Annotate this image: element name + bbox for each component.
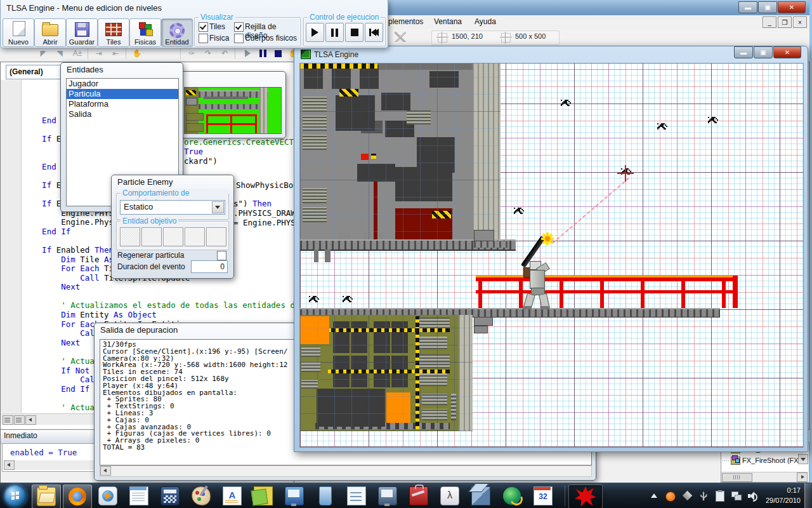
run-icon[interactable] [241, 48, 254, 59]
entidad-button[interactable]: Entidad [161, 18, 193, 47]
taskbar-calculator[interactable] [156, 485, 184, 507]
scroll-left-icon[interactable] [100, 466, 111, 476]
entities-title[interactable]: Entidades [61, 63, 183, 77]
tiles-button[interactable]: Tiles [98, 18, 129, 47]
taskbar-sticky-notes[interactable] [249, 485, 277, 507]
step-over-icon[interactable]: ↶ [218, 48, 231, 59]
taskbar-firefox[interactable] [63, 485, 92, 508]
find-icon[interactable]: A± [71, 48, 84, 59]
list-properties-icon[interactable] [147, 48, 160, 59]
debug-hscrollbar[interactable] [100, 465, 592, 477]
menu-ayuda[interactable]: Ayuda [475, 17, 496, 26]
rejilla-checkbox[interactable] [234, 22, 244, 32]
entity-list-item[interactable]: Particula [67, 89, 178, 99]
tray-clipboard-icon[interactable] [714, 491, 726, 501]
tree-scroll-down-icon[interactable] [798, 454, 808, 464]
restore-icon[interactable]: ▣ [758, 1, 777, 13]
bookmark-icon[interactable] [164, 48, 176, 59]
pause-icon[interactable] [256, 48, 269, 59]
scroll-right-icon[interactable] [797, 472, 808, 482]
rewind-button[interactable] [365, 23, 383, 42]
tray-diamond-icon[interactable] [681, 491, 693, 501]
taskbar-media-player[interactable] [94, 485, 122, 507]
scroll-left-icon[interactable] [25, 415, 36, 425]
entity-list-item[interactable]: Salida [67, 109, 178, 119]
stop-icon[interactable] [272, 48, 284, 59]
pause-button[interactable] [325, 23, 344, 42]
duration-field[interactable]: 0 [191, 260, 228, 273]
taskbar-document-app[interactable] [343, 485, 370, 507]
guardar-button[interactable]: Guardar [66, 18, 98, 47]
game-window-titlebar[interactable]: TLSA Engine [301, 50, 358, 59]
minimize-icon[interactable]: ▬ [734, 46, 753, 58]
show-desktop-button[interactable] [804, 483, 812, 508]
taskbar-globe[interactable] [498, 485, 526, 507]
taskbar-calendar[interactable]: 32 [529, 485, 557, 507]
scroll-left-icon[interactable] [4, 460, 15, 470]
maximize-icon[interactable]: ▣ [754, 46, 773, 58]
tree-hscrollbar[interactable] [721, 472, 808, 482]
target-slot-1[interactable] [120, 227, 140, 246]
step-into-icon[interactable]: ↷ [202, 48, 214, 59]
taskbar-notepad[interactable] [125, 485, 153, 507]
fisicas-button[interactable]: Fisicas [129, 18, 161, 47]
build-hammer-icon[interactable] [395, 32, 406, 42]
chevron-down-icon[interactable] [212, 201, 224, 213]
particle-window-title[interactable]: Particle Enemy [112, 175, 233, 190]
mdi-minimize-icon[interactable]: _ [763, 17, 776, 28]
target-slot-4[interactable] [185, 227, 205, 246]
taskbar-dice[interactable]: λ [436, 485, 464, 507]
tray-volume-icon[interactable] [747, 491, 759, 501]
taskbar-blue-app[interactable] [374, 485, 402, 507]
target-slot-2[interactable] [141, 227, 162, 246]
comment-icon[interactable]: ✋ [131, 48, 143, 59]
close-icon[interactable]: ✕ [773, 46, 801, 58]
game-canvas[interactable] [299, 63, 804, 448]
tray-orange-ball-icon[interactable] [665, 491, 676, 501]
movement-dropdown[interactable]: Estatico [120, 200, 225, 215]
tree-item-fireshoot[interactable]: FX_FireShoot (FX_F [723, 455, 806, 465]
play-button[interactable] [306, 23, 324, 42]
cuerpos-checkbox[interactable] [234, 34, 244, 43]
close-icon[interactable]: ✕ [778, 1, 806, 13]
tray-usb-icon[interactable] [698, 491, 709, 501]
taskbar-package[interactable] [467, 485, 495, 507]
taskbar-wordpad[interactable]: A [218, 485, 246, 507]
tray-network-icon[interactable] [731, 491, 742, 501]
nuevo-button[interactable]: Nuevo [3, 18, 34, 47]
fisica-checkbox[interactable] [199, 34, 208, 43]
breakpoint-icon[interactable]: ✑ [185, 48, 198, 59]
full-view-icon[interactable] [14, 415, 25, 425]
entity-list-item[interactable]: Plataforma [67, 99, 178, 109]
taskbar-clock[interactable]: 0:17 29/07/2010 [766, 485, 801, 505]
tile-preview-canvas[interactable] [184, 87, 282, 134]
view-code-icon[interactable] [4, 48, 16, 59]
taskbar-paint[interactable] [187, 485, 215, 507]
taskbar-explorer[interactable] [32, 485, 61, 508]
menu-ventana[interactable]: Ventana [434, 17, 462, 26]
arrow-copy-icon[interactable]: ◥ [53, 48, 66, 59]
stop-button[interactable] [345, 23, 363, 42]
start-button[interactable] [4, 485, 27, 507]
outdent-icon[interactable]: ⇤ [109, 48, 122, 59]
split-view-icon[interactable] [3, 415, 13, 425]
hidden-icons-chevron[interactable] [648, 491, 660, 501]
mdi-restore-icon[interactable]: ❐ [778, 17, 792, 28]
target-slot-5[interactable] [206, 227, 226, 246]
entity-list-item[interactable]: Jugador [67, 79, 178, 89]
taskbar-gadget[interactable] [311, 485, 339, 507]
mdi-close-icon[interactable]: × [793, 17, 807, 28]
taskbar-display-settings[interactable] [280, 485, 308, 507]
taskbar-tlsa-engine[interactable] [568, 485, 603, 508]
minimize-icon[interactable]: ▬ [738, 1, 757, 13]
target-slot-3[interactable] [163, 227, 183, 246]
menu-complementos[interactable]: plementos [388, 17, 423, 26]
tiles-checkbox[interactable] [199, 22, 208, 32]
abrir-button[interactable]: Abrir [34, 18, 66, 47]
tile-preview-titlebar[interactable] [179, 72, 285, 84]
view-object-icon[interactable] [20, 48, 33, 59]
regenerate-checkbox[interactable] [217, 251, 226, 260]
taskbar-toolbox[interactable] [405, 485, 433, 507]
indent-icon[interactable]: ⇥ [93, 48, 105, 59]
arrow-tool-icon[interactable]: ◤ [37, 48, 49, 59]
